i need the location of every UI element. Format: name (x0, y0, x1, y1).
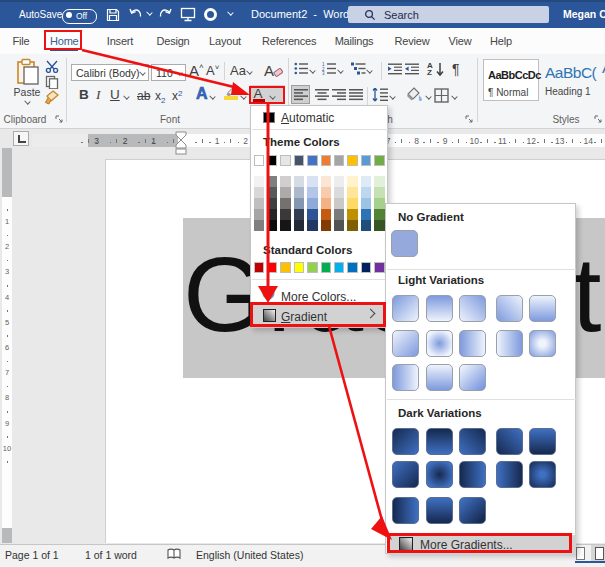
svg-text:3: 3 (322, 71, 325, 75)
